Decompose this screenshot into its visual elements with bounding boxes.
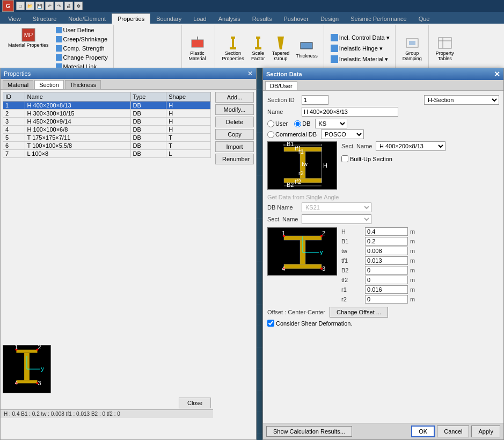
tab-thickness[interactable]: Thickness — [65, 80, 101, 89]
redo-icon[interactable]: ↷ — [55, 2, 63, 10]
radio-commercial-db[interactable]: Commercial DB — [267, 131, 317, 138]
section-id-input[interactable] — [302, 95, 328, 105]
group-damping-btn[interactable]: GroupDamping — [400, 34, 425, 63]
renumber-btn[interactable]: Renumber — [215, 154, 254, 164]
user-define-btn[interactable]: User Define — [54, 26, 110, 34]
section-name-input[interactable] — [302, 107, 398, 117]
consider-shear-checkbox[interactable] — [267, 320, 274, 327]
table-row[interactable]: 3H 450×200×9/14DBH — [3, 118, 211, 126]
section-type-select[interactable]: H-Section — [424, 95, 499, 105]
copy-btn[interactable]: Copy — [215, 129, 254, 140]
tab-que[interactable]: Que — [413, 13, 436, 24]
sect-name-select[interactable]: H 400×200×8/13 — [376, 141, 445, 151]
comp-strength-btn[interactable]: Comp. Strength — [54, 44, 110, 53]
svg-text:MP: MP — [24, 32, 33, 38]
tab-results[interactable]: Results — [246, 13, 278, 24]
prop-input-h[interactable] — [365, 227, 408, 236]
scale-factor-btn[interactable]: ScaleFactor — [248, 34, 268, 63]
svg-rect-8 — [257, 39, 259, 47]
print-icon[interactable]: 🖨 — [64, 2, 73, 10]
tab-section[interactable]: Section — [34, 80, 64, 89]
table-row[interactable]: 6T 100×100×5.5/8DBT — [3, 142, 211, 150]
change-offset-btn[interactable]: Change Offset ... — [330, 307, 388, 318]
svg-rect-24 — [16, 350, 37, 353]
close-btn[interactable]: Close — [179, 398, 211, 408]
prop-input-tf2[interactable] — [365, 276, 408, 284]
side-buttons: Add... Modify... Delete Copy Import Renu… — [213, 90, 256, 418]
radio-db[interactable]: DB — [294, 120, 310, 127]
table-row[interactable]: 2H 300×300×10/15DBH — [3, 110, 211, 118]
incl-control-icon — [331, 34, 338, 41]
inelastic-hinge-btn[interactable]: Inelastic Hinge ▾ — [328, 44, 385, 53]
creep-shrinkage-btn[interactable]: Creep/Shrinkage — [54, 35, 110, 44]
section-data-close-btn[interactable]: ✕ — [494, 70, 500, 78]
tab-seismic[interactable]: Seismic Performance — [345, 13, 413, 24]
prop-input-tw[interactable] — [365, 247, 408, 255]
tab-analysis[interactable]: Analysis — [213, 13, 246, 24]
tab-db-user[interactable]: DB/User — [265, 81, 297, 90]
tapered-group-btn[interactable]: TaperedGroup — [269, 34, 293, 63]
svg-rect-11 — [301, 42, 312, 49]
open-icon[interactable]: 📂 — [26, 2, 34, 10]
commercial-db-select[interactable]: POSCO — [321, 129, 364, 139]
tab-design[interactable]: Design — [315, 13, 345, 24]
ok-btn[interactable]: OK — [411, 425, 435, 437]
tab-load[interactable]: Load — [187, 13, 212, 24]
settings-icon[interactable]: ⚙ — [74, 2, 83, 10]
properties-close-btn[interactable]: ✕ — [247, 70, 253, 77]
section-properties-icon — [225, 35, 240, 51]
material-properties-btn[interactable]: MP Material Properties — [5, 26, 52, 49]
prop-label: tf2 — [341, 277, 363, 283]
tab-material[interactable]: Material — [3, 80, 33, 89]
add-btn[interactable]: Add... — [215, 92, 254, 103]
undo-icon[interactable]: ↶ — [45, 2, 54, 10]
change-property-btn[interactable]: Change Property — [54, 53, 110, 62]
property-tables-btn[interactable]: PropertyTables — [433, 34, 457, 63]
db-standard-select[interactable]: KS — [315, 119, 347, 128]
db-name-select[interactable]: KS21 — [302, 203, 371, 212]
tab-node-element[interactable]: Node/Element — [62, 13, 112, 24]
new-icon[interactable]: □ — [16, 2, 25, 10]
radio-user[interactable]: User — [267, 120, 288, 127]
prop-input-b2[interactable] — [365, 266, 408, 275]
tab-pushover[interactable]: Pushover — [277, 13, 314, 24]
svg-text:r1: r1 — [298, 148, 304, 155]
apply-btn[interactable]: Apply — [471, 425, 500, 437]
plastic-material-btn[interactable]: PlasticMaterial — [186, 34, 209, 63]
delete-btn[interactable]: Delete — [215, 117, 254, 127]
properties-grid: HmB1mtwmtf1mB2mtf2mr1mr2m — [341, 227, 499, 304]
sect-name-row: Sect. Name H 400×200×8/13 — [341, 141, 499, 151]
prop-input-tf1[interactable] — [365, 256, 408, 265]
import-btn[interactable]: Import — [215, 141, 254, 152]
thickness-icon — [299, 38, 314, 53]
cancel-btn[interactable]: Cancel — [437, 425, 469, 437]
group-damping-icon — [405, 35, 420, 51]
col-shape: Shape — [166, 92, 211, 102]
sect-name2-row: Sect. Name — [267, 214, 499, 224]
save-icon[interactable]: 💾 — [35, 2, 44, 10]
prop-input-b1[interactable] — [365, 237, 408, 246]
prop-input-r2[interactable] — [365, 295, 408, 304]
tab-properties[interactable]: Properties — [112, 13, 150, 24]
tab-boundary[interactable]: Boundary — [150, 13, 187, 24]
modify-btn[interactable]: Modify... — [215, 104, 254, 115]
thickness-btn[interactable]: Thickness — [293, 37, 320, 60]
incl-control-btn[interactable]: Incl. Control Data ▾ — [328, 33, 392, 42]
built-up-checkbox[interactable] — [341, 155, 348, 162]
table-row[interactable]: 7L 100×8DBL — [3, 150, 211, 158]
prop-label: r1 — [341, 286, 363, 293]
svg-text:4: 4 — [15, 380, 18, 386]
status-bar: H : 0.4 B1 : 0.2 tw : 0.008 tf1 : 0.013 … — [1, 409, 213, 418]
section-name-row: Name — [267, 107, 499, 117]
table-row[interactable]: 5T 175×175×7/11DBT — [3, 134, 211, 142]
sect-name2-select[interactable] — [302, 214, 371, 224]
show-calc-btn[interactable]: Show Calculation Results... — [266, 426, 352, 437]
prop-input-r1[interactable] — [365, 285, 408, 294]
tab-structure[interactable]: Structure — [27, 13, 63, 24]
inelastic-material-btn[interactable]: Inelastic Material ▾ — [328, 54, 391, 64]
section-properties-btn[interactable]: SectionProperties — [220, 34, 247, 63]
tab-view[interactable]: View — [2, 13, 27, 24]
table-row[interactable]: 1H 400×200×8/13DBH — [3, 102, 211, 110]
prop-label: B1 — [341, 238, 363, 244]
table-row[interactable]: 4H 100×100×6/8DBH — [3, 126, 211, 134]
